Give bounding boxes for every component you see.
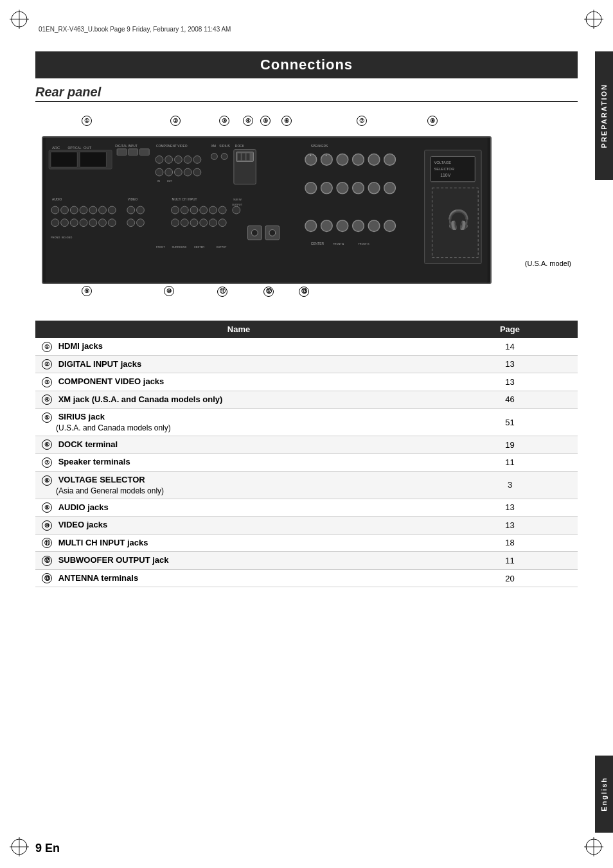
callout-row-bottom: ⑨ ⑩ ⑪ ⑫ ⑬ [42, 285, 479, 308]
row-name: XM jack (U.S.A. and Canada models only) [58, 394, 223, 404]
svg-point-69 [172, 206, 179, 214]
svg-point-51 [89, 206, 97, 214]
callout-11: ⑪ [217, 285, 227, 297]
svg-point-73 [209, 206, 217, 214]
row-name: DOCK terminal [58, 439, 118, 449]
row-page: 20 [442, 569, 578, 587]
svg-point-38 [211, 154, 218, 160]
svg-point-90 [251, 229, 258, 236]
svg-point-29 [155, 168, 163, 176]
panel-diagram: ARC OPTICAL OUT DIGITAL INPUT COMPONENT … [42, 136, 492, 286]
svg-point-106 [384, 182, 396, 194]
row-page: 13 [442, 499, 578, 517]
svg-point-75 [172, 219, 179, 227]
svg-rect-45 [247, 154, 250, 161]
svg-text:OUT: OUT [84, 146, 92, 150]
callout-9: ⑨ [82, 285, 92, 296]
svg-text:PHONO: PHONO [51, 236, 60, 239]
row-name: DIGITAL INPUT jacks [58, 359, 142, 369]
row-page: 11 [442, 552, 578, 570]
row-number: ⑫ [42, 556, 52, 566]
svg-point-109 [337, 220, 348, 232]
svg-text:DIGITAL INPUT: DIGITAL INPUT [115, 145, 138, 148]
svg-point-55 [61, 219, 69, 227]
row-number: ③ [42, 377, 52, 387]
row-number: ⑧ [42, 475, 52, 486]
svg-point-56 [70, 219, 78, 227]
svg-text:FRONT A: FRONT A [333, 242, 344, 245]
svg-point-32 [184, 168, 191, 176]
table-row: ⑩ VIDEO jacks 13 [35, 517, 578, 535]
svg-point-72 [200, 206, 208, 214]
svg-point-110 [353, 220, 364, 232]
svg-rect-15 [80, 152, 106, 168]
table-row: ② DIGITAL INPUT jacks 13 [35, 355, 578, 373]
callout-4: ④ [243, 115, 253, 126]
row-name: VIDEO jacks [58, 520, 108, 529]
row-sub: (U.S.A. and Canada models only) [42, 423, 171, 432]
row-page: 11 [442, 454, 578, 472]
row-number: ⑨ [42, 502, 52, 513]
callout-1: ① [82, 115, 92, 126]
svg-point-71 [190, 206, 198, 214]
row-name-cell: ③ COMPONENT VIDEO jacks [35, 373, 442, 391]
row-name-cell: ⑧ VOLTAGE SELECTOR (Asia and General mod… [35, 471, 442, 499]
table-row: ⑪ MULTI CH INPUT jacks 18 [35, 534, 578, 552]
row-page: 51 [442, 409, 578, 436]
svg-point-48 [61, 206, 69, 214]
svg-point-64 [127, 206, 135, 214]
svg-point-76 [181, 219, 188, 227]
svg-point-59 [99, 219, 107, 227]
svg-point-105 [368, 182, 380, 194]
svg-text:OUTPUT: OUTPUT [216, 245, 227, 249]
svg-text:IN: IN [157, 179, 160, 182]
row-name-cell: ⑥ DOCK terminal [35, 436, 442, 454]
row-page: 18 [442, 534, 578, 552]
svg-rect-14 [51, 152, 77, 168]
svg-text:+: + [325, 154, 327, 157]
english-label: English [600, 777, 608, 811]
us-model-label: (U.S.A. model) [525, 260, 571, 267]
svg-point-74 [218, 206, 226, 214]
callout-5: ⑤ [260, 115, 271, 126]
svg-point-60 [108, 219, 116, 227]
callout-8: ⑧ [427, 115, 438, 126]
row-number: ⑤ [42, 412, 52, 423]
row-page: 13 [442, 373, 578, 391]
row-name-cell: ① HDMI jacks [35, 338, 442, 355]
table-row: ③ COMPONENT VIDEO jacks 13 [35, 373, 578, 391]
corner-mark-br [584, 837, 603, 858]
svg-text:OPTICAL: OPTICAL [67, 146, 81, 150]
row-name: Speaker terminals [58, 457, 130, 466]
svg-point-27 [184, 155, 191, 163]
callout-10: ⑩ [164, 285, 174, 296]
svg-point-77 [190, 219, 198, 227]
row-number: ④ [42, 394, 52, 405]
svg-point-54 [51, 219, 59, 227]
svg-text:COMPONENT VIDEO: COMPONENT VIDEO [156, 145, 188, 148]
svg-point-25 [165, 155, 173, 163]
page-number: 9 En [35, 842, 60, 855]
diagram-container: ① ② ③ ④ ⑤ ⑥ ⑦ ⑧ ⑨ ⑩ ⑪ ⑫ ⑬ [35, 112, 578, 311]
row-page: 46 [442, 391, 578, 409]
svg-point-53 [108, 206, 116, 214]
svg-point-79 [209, 219, 217, 227]
svg-point-67 [137, 219, 145, 227]
svg-text:VIDEO: VIDEO [128, 198, 138, 201]
svg-text:OUTPUT: OUTPUT [232, 203, 243, 206]
svg-point-49 [70, 206, 78, 214]
svg-point-66 [127, 219, 135, 227]
row-name-cell: ④ XM jack (U.S.A. and Canada models only… [35, 391, 442, 409]
svg-point-80 [218, 219, 226, 227]
table-row: ⑥ DOCK terminal 19 [35, 436, 578, 454]
svg-rect-22 [139, 149, 149, 155]
callout-13: ⑬ [299, 285, 309, 297]
corner-mark-tr [584, 10, 603, 31]
row-name: MULTI CH INPUT jacks [58, 538, 148, 547]
row-name: AUDIO jacks [58, 502, 109, 512]
row-name: ANTENNA terminals [58, 573, 138, 583]
svg-point-111 [368, 220, 380, 232]
row-page: 14 [442, 338, 578, 355]
callout-7: ⑦ [357, 115, 367, 126]
svg-point-95 [337, 154, 348, 166]
